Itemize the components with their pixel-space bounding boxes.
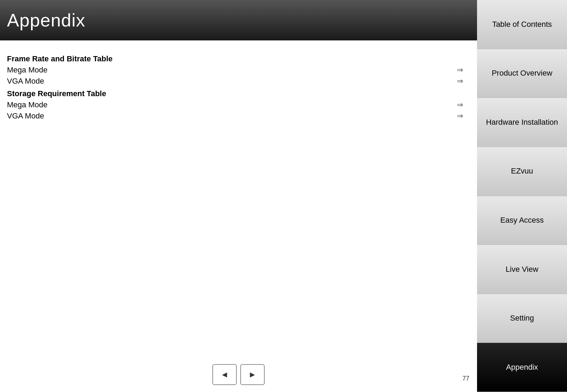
list-item: VGA Mode⇒ <box>7 112 467 121</box>
prev-button[interactable]: ◄ <box>212 364 237 385</box>
sidebar-item-label: EZvuu <box>511 166 533 176</box>
page-header: Appendix <box>0 0 477 40</box>
arrow-icon: ⇒ <box>457 66 463 75</box>
sidebar-item-label: Setting <box>510 313 534 323</box>
arrow-icon: ⇒ <box>457 77 463 86</box>
content-sections: Frame Rate and Bitrate TableMega Mode⇒VG… <box>7 54 467 121</box>
item-text: VGA Mode <box>7 112 44 121</box>
sidebar-item-live-view[interactable]: Live View <box>477 245 567 294</box>
sidebar: Table of ContentsProduct OverviewHardwar… <box>477 0 567 392</box>
section-heading: Storage Requirement Table <box>7 89 467 98</box>
sidebar-item-label: Easy Access <box>500 215 544 225</box>
sidebar-item-product-overview[interactable]: Product Overview <box>477 49 567 98</box>
item-text: VGA Mode <box>7 77 44 86</box>
list-item: Mega Mode⇒ <box>7 100 467 109</box>
page-title: Appendix <box>7 10 85 31</box>
list-item: Mega Mode⇒ <box>7 66 467 75</box>
arrow-icon: ⇒ <box>457 112 463 121</box>
sidebar-item-appendix[interactable]: Appendix <box>477 343 567 392</box>
next-icon: ► <box>248 370 257 379</box>
sidebar-item-label: Hardware Installation <box>486 117 558 128</box>
section-heading: Frame Rate and Bitrate Table <box>7 54 467 63</box>
sidebar-item-label: Appendix <box>506 362 538 372</box>
sidebar-item-easy-access[interactable]: Easy Access <box>477 196 567 245</box>
next-button[interactable]: ► <box>240 364 265 385</box>
sidebar-item-label: Table of Contents <box>492 20 552 30</box>
item-text: Mega Mode <box>7 66 47 75</box>
page-number: 77 <box>462 375 469 382</box>
sidebar-item-hardware-installation[interactable]: Hardware Installation <box>477 98 567 147</box>
sidebar-item-ezvuu[interactable]: EZvuu <box>477 147 567 196</box>
arrow-icon: ⇒ <box>457 100 463 109</box>
bottom-nav: ◄ ► <box>0 357 477 392</box>
content-body: Frame Rate and Bitrate TableMega Mode⇒VG… <box>0 40 477 357</box>
sidebar-item-setting[interactable]: Setting <box>477 294 567 343</box>
sidebar-item-table-of-contents[interactable]: Table of Contents <box>477 0 567 49</box>
sidebar-item-label: Product Overview <box>492 68 552 78</box>
item-text: Mega Mode <box>7 100 47 109</box>
list-item: VGA Mode⇒ <box>7 77 467 86</box>
sidebar-item-label: Live View <box>506 264 538 275</box>
main-content: Appendix Frame Rate and Bitrate TableMeg… <box>0 0 477 392</box>
prev-icon: ◄ <box>220 370 229 379</box>
